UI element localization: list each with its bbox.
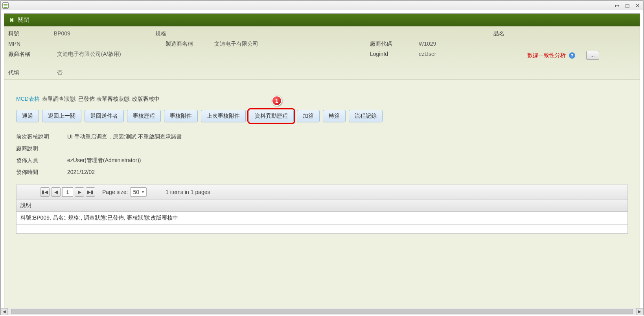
process-log-button[interactable]: 流程記錄 (349, 110, 383, 122)
mpn-value (57, 41, 163, 48)
part-no-label: 料號 (6, 30, 54, 37)
pager-page-input[interactable] (62, 187, 73, 197)
pager-prev-icon[interactable]: ◀ (51, 187, 61, 197)
close-window-icon[interactable]: ✕ (634, 3, 642, 8)
add-sign-button[interactable]: 加簽 (297, 110, 320, 122)
last-review-attachment-button[interactable]: 上次審核附件 (201, 110, 246, 122)
inner-panel: ✖ 關閉 料號 BP009 規格 品名 MPN 製造商名稱 (4, 13, 640, 312)
grid-column-header: 說明 (17, 200, 627, 212)
consistency-button[interactable]: ... (586, 51, 599, 60)
app-window: ↦ ◻ ✕ ✖ 關閉 料號 BP009 規格 品名 (0, 0, 644, 315)
substitute-value: 否 (57, 69, 163, 76)
prev-review-value: UI 手动重启调查，原因:測試 不重啟調查承諾書 (67, 133, 182, 140)
info-panel: 料號 BP009 規格 品名 MPN 製造商名稱 文迪电子有限公司 廠商代碼 W… (4, 26, 640, 80)
consistency-label: 數據一致性分析 (527, 52, 566, 58)
pager: ▮◀ ◀ ▶ ▶▮ (40, 187, 95, 197)
mfr-name-label: 製造商名稱 (163, 41, 214, 48)
pager-last-icon[interactable]: ▶▮ (86, 187, 95, 197)
result-grid: ▮◀ ◀ ▶ ▶▮ Page size: 50 1 items in 1 pag… (16, 185, 628, 234)
mcd-link[interactable]: MCD表格 (16, 96, 40, 103)
publish-time-label: 發佈時間 (16, 169, 67, 176)
scroll-right-icon[interactable]: ▶ (636, 308, 643, 315)
publish-time-value: 2021/12/02 (67, 169, 95, 176)
grid-empty-space (17, 225, 627, 233)
publisher-value: ezUser(管理者(Administrator)) (67, 157, 141, 164)
content-body: 1 MCD表格 表單調查狀態: 已發佈 表單審核狀態: 改版審核中 通過 退回上… (4, 80, 640, 311)
transfer-sign-button[interactable]: 轉簽 (323, 110, 346, 122)
review-attachment-button[interactable]: 審核附件 (164, 110, 198, 122)
approve-button[interactable]: 通過 (16, 110, 39, 122)
pager-first-icon[interactable]: ▮◀ (40, 187, 50, 197)
data-change-history-button[interactable]: 資料異動歷程 (249, 110, 294, 122)
pin-icon[interactable]: ↦ (613, 3, 621, 8)
spec-label: 規格 (153, 30, 201, 37)
table-row[interactable]: 料號:BP009, 品名:, 規格:, 調查狀態:已發佈, 審核狀態:改版審核中 (17, 212, 627, 225)
app-icon (2, 2, 9, 9)
mfr-name-value: 文迪电子有限公司 (214, 41, 368, 48)
help-icon[interactable]: ? (569, 52, 575, 59)
login-value: ezUser (419, 51, 525, 60)
callout-badge-1: 1 (272, 96, 282, 106)
close-icon[interactable]: ✖ (9, 17, 15, 23)
vendor-code-placeholder (344, 30, 392, 37)
login-label: LoginId (368, 51, 419, 60)
vendor-code-label: 廠商代碼 (368, 41, 419, 48)
items-summary: 1 items in 1 pages (166, 189, 210, 195)
action-button-row: 通過 退回上一關 退回送件者 審核歷程 審核附件 上次審核附件 資料異動歷程 加… (16, 110, 628, 122)
horizontal-scrollbar[interactable]: ◀ ▶ (1, 308, 643, 315)
page-size-select[interactable]: 50 (130, 187, 147, 197)
spec-value (201, 30, 344, 37)
product-name-label: 品名 (491, 30, 539, 37)
scroll-left-icon[interactable]: ◀ (1, 308, 8, 315)
vendor-desc-label: 廠商說明 (16, 145, 67, 152)
page-size-label: Page size: (102, 189, 128, 195)
review-history-button[interactable]: 審核歷程 (127, 110, 161, 122)
publisher-label: 發佈人員 (16, 157, 67, 164)
product-name-value (539, 30, 638, 37)
return-sender-button[interactable]: 退回送件者 (85, 110, 124, 122)
part-no-value: BP009 (54, 30, 153, 37)
panel-header: ✖ 關閉 (4, 14, 640, 26)
vendor-name-label: 廠商名稱 (6, 51, 57, 60)
substitute-label: 代填 (6, 69, 57, 76)
pager-next-icon[interactable]: ▶ (75, 187, 84, 197)
window-titlebar: ↦ ◻ ✕ (1, 1, 643, 10)
close-label[interactable]: 關閉 (18, 16, 29, 24)
prev-review-label: 前次審核說明 (16, 133, 67, 140)
return-prev-button[interactable]: 退回上一關 (42, 110, 81, 122)
status-text: 表單調查狀態: 已發佈 表單審核狀態: 改版審核中 (42, 96, 160, 103)
vendor-name-value: 文迪电子有限公司(A/啟用) (57, 51, 163, 60)
mpn-label: MPN (6, 41, 57, 48)
maximize-icon[interactable]: ◻ (624, 3, 631, 8)
vendor-code-value: W1029 (419, 41, 525, 48)
scroll-thumb[interactable] (11, 309, 633, 314)
